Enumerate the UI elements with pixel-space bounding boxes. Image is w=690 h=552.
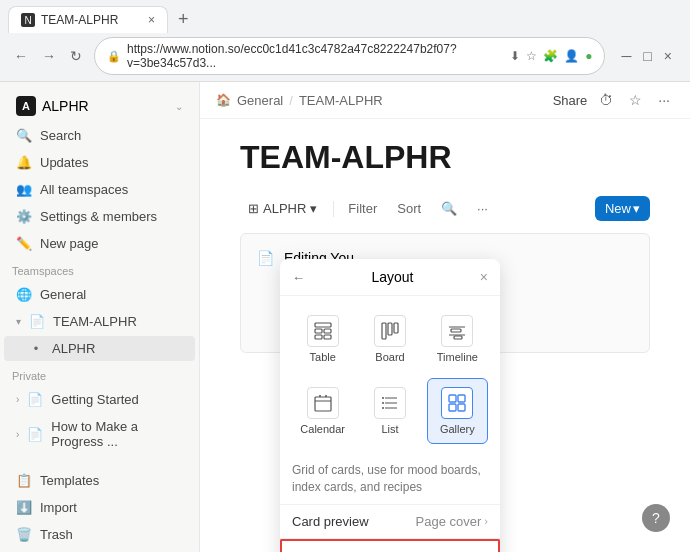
layout-grid: Table Board Timeline	[280, 296, 500, 454]
sidebar-item-team-alphr[interactable]: ▾ 📄 TEAM-ALPHR	[4, 309, 195, 334]
maximize-button[interactable]: □	[639, 46, 655, 66]
refresh-button[interactable]: ↻	[64, 46, 88, 66]
view-grid-icon: ⊞	[248, 201, 259, 216]
svg-point-19	[382, 397, 384, 399]
svg-rect-24	[449, 404, 456, 411]
sidebar-item-general[interactable]: 🌐 General	[4, 282, 195, 307]
sidebar-item-all-teamspaces[interactable]: 👥 All teamspaces	[4, 177, 195, 202]
url-download-icon[interactable]: ⬇	[510, 49, 520, 63]
active-tab[interactable]: N TEAM-ALPHR ×	[8, 6, 168, 33]
sidebar: A ALPHR ⌄ 🔍 Search 🔔 Updates 👥 All teams…	[0, 82, 200, 552]
search-icon: 🔍	[16, 128, 32, 143]
panel-row-card-preview[interactable]: Card preview Page cover ›	[280, 505, 500, 539]
share-button[interactable]: Share	[553, 93, 588, 108]
card-preview-value-text: Page cover	[416, 514, 482, 529]
panel-close-button[interactable]: ×	[480, 269, 488, 285]
layout-option-timeline[interactable]: Timeline	[427, 306, 488, 372]
layout-option-board[interactable]: Board	[359, 306, 420, 372]
sidebar-item-alphr[interactable]: • ALPHR	[4, 336, 195, 361]
home-icon: 🏠	[216, 93, 231, 107]
layout-option-list[interactable]: List	[359, 378, 420, 444]
browser-action-buttons: ─ □ ×	[611, 46, 682, 66]
alphr-icon: •	[28, 341, 44, 356]
layout-option-calendar[interactable]: Calendar	[292, 378, 353, 444]
url-profile-icon[interactable]: 👤	[564, 49, 579, 63]
workspace-header[interactable]: A ALPHR ⌄	[4, 90, 195, 122]
getting-started-icon: 📄	[27, 392, 43, 407]
svg-rect-23	[458, 395, 465, 402]
svg-rect-7	[394, 323, 398, 333]
tab-favicon: N	[21, 13, 35, 27]
db-view-button[interactable]: ⊞ ALPHR ▾	[240, 197, 325, 220]
settings-icon: ⚙️	[16, 209, 32, 224]
star-button[interactable]: ☆	[625, 90, 646, 110]
timer-button[interactable]: ⏱	[595, 90, 617, 110]
view-chevron-icon: ▾	[310, 201, 317, 216]
sidebar-item-settings[interactable]: ⚙️ Settings & members	[4, 204, 195, 229]
sidebar-item-label: Getting Started	[51, 392, 138, 407]
panel-back-button[interactable]: ←	[292, 270, 305, 285]
import-icon: ⬇️	[16, 500, 32, 515]
layout-option-gallery[interactable]: Gallery	[427, 378, 488, 444]
sidebar-item-new-page[interactable]: ✏️ New page	[4, 231, 195, 256]
panel-row-card-size[interactable]: Card size Medium ›	[280, 539, 500, 552]
sidebar-item-label: How to Make a Progress ...	[51, 419, 183, 449]
header-actions: Share ⏱ ☆ ···	[553, 90, 674, 110]
back-button[interactable]: ←	[8, 46, 34, 66]
forward-button[interactable]: →	[36, 46, 62, 66]
db-more-button[interactable]: ···	[471, 197, 494, 220]
layout-option-table[interactable]: Table	[292, 306, 353, 372]
sidebar-item-label: Settings & members	[40, 209, 157, 224]
new-label: New	[605, 201, 631, 216]
url-bar[interactable]: 🔒 https://www.notion.so/ecc0c1d41c3c4782…	[94, 37, 605, 75]
workspace-name: ALPHR	[42, 98, 89, 114]
svg-rect-12	[315, 397, 331, 411]
tab-close-icon[interactable]: ×	[148, 13, 155, 27]
filter-button[interactable]: Filter	[342, 197, 383, 220]
search-db-button[interactable]: 🔍	[435, 197, 463, 220]
sidebar-item-search[interactable]: 🔍 Search	[4, 123, 195, 148]
sidebar-item-progress[interactable]: › 📄 How to Make a Progress ...	[4, 414, 195, 454]
back-arrow-icon: ←	[292, 270, 305, 285]
table-layout-icon	[307, 315, 339, 347]
more-button[interactable]: ···	[654, 90, 674, 110]
sidebar-item-updates[interactable]: 🔔 Updates	[4, 150, 195, 175]
breadcrumb-workspace: General	[237, 93, 283, 108]
calendar-layout-icon	[307, 387, 339, 419]
svg-rect-0	[315, 323, 331, 327]
sidebar-item-getting-started[interactable]: › 📄 Getting Started	[4, 387, 195, 412]
url-extra-icon[interactable]: ●	[585, 49, 592, 63]
new-button[interactable]: New ▾	[595, 196, 650, 221]
sidebar-item-templates[interactable]: 📋 Templates	[4, 468, 195, 493]
minimize-button[interactable]: ─	[617, 46, 635, 66]
templates-icon: 📋	[16, 473, 32, 488]
breadcrumb-page: TEAM-ALPHR	[299, 93, 383, 108]
svg-point-20	[382, 402, 384, 404]
layout-panel: ← Layout × Table	[280, 259, 500, 552]
sidebar-item-trash[interactable]: 🗑️ Trash	[4, 522, 195, 547]
panel-description: Grid of cards, use for mood boards, inde…	[280, 454, 500, 505]
sidebar-item-label: Search	[40, 128, 81, 143]
workspace-avatar: A	[16, 96, 36, 116]
expand-icon-prog: ›	[16, 429, 19, 440]
workspace-chevron-icon: ⌄	[175, 101, 183, 112]
app: A ALPHR ⌄ 🔍 Search 🔔 Updates 👥 All teams…	[0, 82, 690, 552]
svg-rect-4	[324, 335, 331, 339]
timeline-layout-label: Timeline	[437, 351, 478, 363]
url-star-icon[interactable]: ☆	[526, 49, 537, 63]
calendar-layout-label: Calendar	[300, 423, 345, 435]
help-button[interactable]: ?	[642, 504, 670, 532]
new-tab-button[interactable]: +	[172, 9, 195, 30]
close-button[interactable]: ×	[660, 46, 676, 66]
sidebar-item-label: All teamspaces	[40, 182, 128, 197]
sort-button[interactable]: Sort	[391, 197, 427, 220]
trash-icon: 🗑️	[16, 527, 32, 542]
breadcrumb: 🏠 General / TEAM-ALPHR	[216, 93, 383, 108]
svg-rect-5	[382, 323, 386, 339]
svg-rect-25	[458, 404, 465, 411]
sidebar-item-label: Trash	[40, 527, 73, 542]
svg-rect-22	[449, 395, 456, 402]
sidebar-item-import[interactable]: ⬇️ Import	[4, 495, 195, 520]
url-extension-icon[interactable]: 🧩	[543, 49, 558, 63]
sidebar-item-label: Updates	[40, 155, 88, 170]
